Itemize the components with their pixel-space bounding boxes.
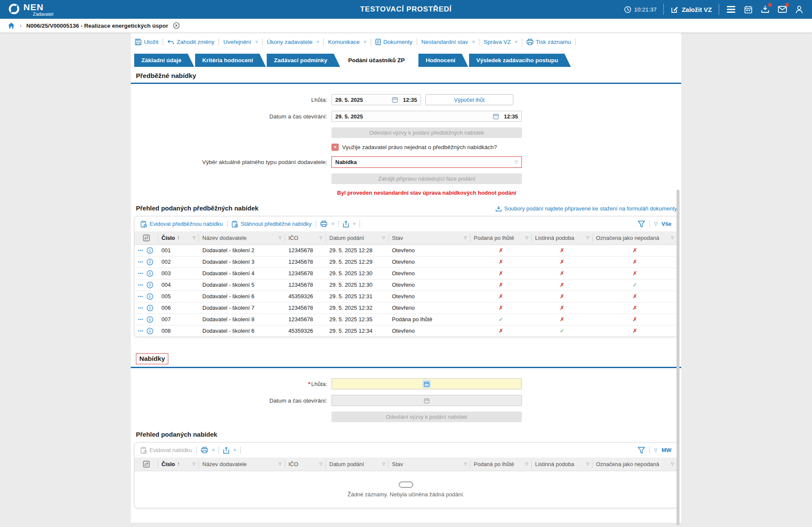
calendar-icon[interactable] — [424, 381, 429, 387]
print-record-button[interactable]: Tisk záznamu — [527, 39, 571, 45]
table-row[interactable]: 005Dodavatel - školení 64535932629. 5. 2… — [135, 291, 677, 302]
breadcrumb-label[interactable]: N006/25/V00005136 - Realizace energetick… — [26, 23, 168, 29]
filter-dropdown-icon[interactable]: ▽ — [320, 236, 322, 240]
export-table-button[interactable] — [343, 221, 356, 228]
register-prelim-offer-button[interactable]: Evidovat předběžnou nabídku — [141, 221, 223, 228]
filter-dropdown-icon[interactable]: ▽ — [586, 462, 589, 466]
export-table-button[interactable] — [223, 447, 236, 454]
filter-dropdown-icon[interactable]: ▽ — [382, 236, 385, 240]
tab-vysledek[interactable]: Výsledek zadávacího postupu — [469, 54, 571, 67]
col-header-nazev[interactable]: Název dodavatele▽ — [199, 231, 285, 245]
deadline-datetime-field[interactable]: 29. 5. 2025 12:35 — [331, 94, 421, 105]
col-header-nepodana[interactable]: Označena jako nepodaná▽ — [593, 458, 677, 471]
tab-zakladni-udaje[interactable]: Základní údaje — [134, 54, 194, 67]
col-header-po-lhute[interactable]: Podaná po lhůtě▽ — [470, 458, 532, 471]
table-row[interactable]: 008Dodavatel - školení 64535932629. 5. 2… — [135, 325, 677, 337]
print-table-button[interactable] — [320, 221, 334, 227]
publish-menu[interactable]: Uveřejnění — [223, 39, 258, 45]
column-chooser[interactable] — [135, 458, 158, 471]
filter-dropdown-icon[interactable]: ▽ — [279, 462, 282, 466]
documents-button[interactable]: Dokumenty — [375, 39, 412, 45]
table-row[interactable]: 002Dodavatel - školení 31234567829. 5. 2… — [135, 256, 677, 268]
col-header-stav[interactable]: Stav▽ — [389, 231, 470, 245]
row-info-icon[interactable] — [147, 305, 153, 311]
communication-menu[interactable]: Komunikace — [328, 39, 366, 45]
row-menu-icon[interactable] — [138, 317, 143, 322]
table-row[interactable]: 004Dodavatel - školení 51234567829. 5. 2… — [135, 279, 677, 291]
col-header-ico[interactable]: IČO▽ — [285, 231, 326, 245]
filter-dropdown-icon[interactable]: ▽ — [525, 236, 528, 240]
filter-dropdown-icon[interactable]: ▽ — [586, 236, 589, 240]
filter-dropdown-icon[interactable]: ▽ — [382, 462, 385, 466]
row-info-icon[interactable] — [147, 316, 153, 323]
filter-dropdown-icon[interactable]: ▽ — [671, 462, 674, 466]
nonstandard-state-menu[interactable]: Nestandardní stav — [421, 39, 475, 45]
calculate-deadlines-button[interactable]: Výpočet lhůt — [425, 94, 513, 105]
row-menu-icon[interactable] — [138, 306, 143, 310]
row-menu-icon[interactable] — [138, 271, 143, 276]
filter-icon[interactable] — [638, 221, 645, 228]
col-header-po-lhute[interactable]: Podaná po lhůtě▽ — [470, 231, 532, 245]
row-menu-icon[interactable] — [138, 260, 143, 264]
calendar-button[interactable] — [743, 4, 753, 14]
opening-datetime-field[interactable]: 29. 5. 2025 12:35 — [331, 111, 522, 122]
col-header-datum[interactable]: Datum podání▽ — [326, 458, 389, 471]
create-vz-button[interactable]: Založit VZ — [671, 6, 712, 14]
checkbox-no-icon[interactable]: ✕ — [331, 144, 339, 151]
filter-dropdown-icon[interactable]: ▽ — [464, 236, 467, 240]
user-profile-button[interactable] — [794, 4, 804, 14]
row-info-icon[interactable] — [147, 247, 153, 254]
filter-dropdown-icon[interactable]: ▽ — [464, 462, 467, 466]
discard-changes-button[interactable]: Zahodit změny — [167, 39, 215, 45]
downloads-button[interactable] — [760, 4, 770, 14]
col-header-datum[interactable]: Datum podání▽ — [326, 231, 389, 245]
tab-hodnoceni[interactable]: Hodnocení — [418, 54, 468, 67]
filter-icon[interactable] — [638, 447, 645, 454]
filter-dropdown-icon[interactable]: ▽ — [671, 236, 674, 240]
col-header-cislo[interactable]: Číslo↑▽ — [158, 231, 199, 245]
table-row[interactable]: 006Dodavatel - školení 71234567829. 5. 2… — [135, 302, 677, 314]
print-table-button[interactable] — [201, 447, 215, 453]
col-header-nepodana[interactable]: Označena jako nepodaná▽ — [593, 231, 677, 245]
save-button[interactable]: Uložit — [135, 39, 158, 45]
submission-files-link[interactable]: Soubory podání najdete připravené ke sta… — [495, 205, 677, 212]
row-menu-icon[interactable] — [138, 283, 143, 287]
row-info-icon[interactable] — [147, 293, 153, 300]
table-row[interactable]: 001Dodavatel - školení 21234567829. 5. 2… — [135, 245, 677, 256]
scrollbar-thumb[interactable] — [677, 190, 680, 525]
contracting-tasks-menu[interactable]: Úkony zadavatele — [267, 39, 319, 45]
calendar-icon[interactable] — [392, 97, 398, 103]
filter-dropdown-icon[interactable]: ▽ — [320, 462, 322, 466]
table-row[interactable]: 007Dodavatel - školení 81234567829. 5. 2… — [135, 314, 677, 325]
filter-dropdown-icon[interactable]: ▽ — [279, 236, 282, 240]
home-icon[interactable] — [8, 22, 15, 29]
row-menu-icon[interactable] — [138, 294, 143, 299]
tab-podani-ucastniku[interactable]: Podání účastníků ZP — [341, 54, 418, 67]
filter-dropdown-icon[interactable]: ▽ — [193, 236, 196, 240]
column-chooser[interactable] — [135, 231, 158, 245]
download-prelim-offers-button[interactable]: Stáhnout předběžné nabídky — [232, 221, 311, 228]
offers-deadline-field[interactable] — [331, 378, 522, 389]
calendar-icon[interactable] — [493, 113, 499, 119]
col-header-ico[interactable]: IČO▽ — [285, 458, 326, 471]
row-info-icon[interactable] — [147, 270, 153, 277]
col-header-listinna[interactable]: Listinná podoba▽ — [532, 458, 593, 471]
filter-scope-mw[interactable]: MW — [662, 447, 671, 453]
filter-dropdown-icon[interactable]: ▽ — [193, 462, 196, 466]
row-info-icon[interactable] — [147, 259, 153, 265]
row-menu-icon[interactable] — [138, 329, 143, 333]
chevron-down-icon[interactable]: ▽ — [654, 222, 657, 226]
col-header-cislo[interactable]: Číslo↑▽ — [158, 458, 199, 471]
close-tab-icon[interactable] — [173, 22, 180, 29]
nen-logo[interactable]: NEN Zadavatel — [8, 3, 53, 17]
table-row[interactable]: 003Dodavatel - školení 41234567829. 5. 2… — [135, 268, 677, 279]
col-header-stav[interactable]: Stav▽ — [389, 458, 470, 471]
col-header-listinna[interactable]: Listinná podoba▽ — [532, 231, 593, 245]
tab-zadavaci-podminky[interactable]: Zadávací podmínky — [267, 54, 340, 67]
messages-button[interactable] — [777, 4, 787, 14]
row-menu-icon[interactable] — [138, 248, 143, 253]
col-header-nazev[interactable]: Název dodavatele▽ — [199, 458, 285, 471]
row-info-icon[interactable] — [147, 282, 153, 288]
tab-kriteria-hodnoceni[interactable]: Kritéria hodnocení — [195, 54, 266, 67]
submission-type-select[interactable]: Nabídka ▽ — [331, 156, 522, 168]
